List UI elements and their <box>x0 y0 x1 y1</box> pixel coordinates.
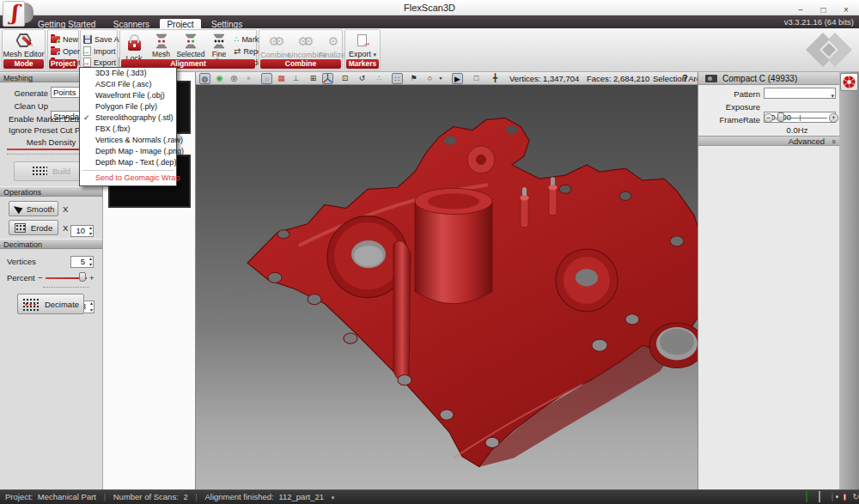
menu-item-depth-map-text[interactable]: Depth Map - Text (.dep) <box>80 157 176 168</box>
framerate-decrease-button[interactable]: − <box>764 113 773 123</box>
status-display-icon[interactable] <box>813 492 825 503</box>
status-aperture-icon[interactable] <box>826 492 838 503</box>
show-markers-button[interactable]: ∴ <box>374 73 385 84</box>
lock-button[interactable]: Lock <box>122 32 146 63</box>
smooth-button[interactable]: Smooth <box>9 201 58 216</box>
menu-item-3d3[interactable]: 3D3 File (.3d3) <box>80 68 176 79</box>
status-scanner-online-icon[interactable] <box>801 492 812 503</box>
display-wireframe-button[interactable]: ◎ <box>228 73 240 84</box>
normals-toggle-button[interactable]: ⊥ <box>290 73 302 84</box>
help-button[interactable]: ? <box>682 73 688 83</box>
fit-view-button[interactable]: ⊞ <box>308 73 319 84</box>
decimation-section-header: Decimation <box>0 239 102 249</box>
play-button[interactable]: ▶ <box>452 73 463 84</box>
menu-item-depth-map-image[interactable]: Depth Map - Image (.png) <box>80 146 176 157</box>
erode-button[interactable]: Erode <box>9 220 58 235</box>
window-title: FlexScan3D <box>0 0 859 15</box>
circle-select-button[interactable]: ○ <box>424 73 436 84</box>
percent-slider-handle[interactable] <box>79 272 86 282</box>
aperture-icon <box>841 74 857 90</box>
markers-export-button[interactable]: → Export ▾ <box>345 32 380 58</box>
spin-down-icon[interactable]: ▾ <box>89 262 92 268</box>
finalize-button[interactable]: ⚙ Finalize <box>319 32 343 59</box>
ribbon: Mesh Editor ▾ Mode New Open Delete Proje… <box>0 28 859 72</box>
display-mesh-button[interactable]: ◉ <box>214 73 225 84</box>
lock-icon <box>128 40 141 51</box>
spin-up-icon[interactable]: ▴ <box>89 256 92 262</box>
build-label: Build <box>52 167 70 176</box>
app-logo: ʃ <box>3 1 32 27</box>
open-folder-icon <box>51 48 60 55</box>
status-bar: Project: Mechanical Part | Number of Sca… <box>0 489 859 504</box>
percent-plus[interactable]: + <box>89 273 94 282</box>
add-marker-button[interactable]: ∷ <box>392 73 403 84</box>
status-alignment-value[interactable]: 112_part_21 <box>278 490 324 504</box>
build-button[interactable]: Build <box>14 161 88 181</box>
lasso-select-button[interactable]: ⚑ <box>408 73 419 84</box>
menu-item-ascii[interactable]: ASCII File (.asc) <box>80 79 176 90</box>
combine-label: Combine <box>260 51 291 59</box>
decimate-button[interactable]: Decimate <box>17 294 84 314</box>
status-refresh-icon[interactable]: ↻ <box>850 492 859 503</box>
version-label: v3.3.21.16 (64 bits) <box>784 17 854 27</box>
light-toggle-button[interactable]: ☼ <box>261 73 272 84</box>
select-mode-dropdown[interactable]: ▾ <box>437 73 444 84</box>
menu-item-fbx[interactable]: FBX (.fbx) <box>80 124 176 135</box>
save-all-button[interactable]: Save All <box>83 33 123 45</box>
new-button[interactable]: New <box>51 33 78 45</box>
vertices-label: Vertices <box>7 257 36 266</box>
axes-toggle-button[interactable] <box>322 73 333 84</box>
export-arrow-icon: → <box>362 37 372 47</box>
check-icon: ✓ <box>83 112 90 124</box>
vertices-stat-label: Vertices: <box>509 74 540 83</box>
smooth-count-spinner[interactable]: 10 ▴ ▾ <box>70 225 94 237</box>
percent-minus[interactable]: − <box>38 273 43 282</box>
status-alignment-dropdown[interactable]: ▾ <box>332 491 335 504</box>
export-arrow-icon: → <box>82 59 90 67</box>
spin-down-icon[interactable]: ▾ <box>90 307 93 313</box>
menu-item-send-geomagic[interactable]: Send to Geomagic Wrap <box>80 173 176 184</box>
import-arrow-icon: → <box>82 48 90 56</box>
framerate-slider-handle[interactable] <box>777 112 784 122</box>
uncombine-button[interactable]: ⚙⚙ Uncombine <box>288 32 319 59</box>
exposure-label: Exposure <box>700 102 760 112</box>
stop-button[interactable]: □ <box>471 73 482 84</box>
flexscan3d-window: FlexScan3D − □ × ʃ Getting Started Scann… <box>0 0 859 504</box>
percent-label: Percent <box>7 273 35 282</box>
pan-move-button[interactable]: ╋ <box>490 73 501 84</box>
framerate-increase-button[interactable]: + <box>829 113 838 123</box>
faces-stat-value: 2,684,210 <box>613 74 649 83</box>
bounding-box-button[interactable]: ⊡ <box>339 73 350 84</box>
new-folder-icon <box>51 36 60 43</box>
display-solid-button[interactable]: ● <box>243 73 254 84</box>
erode-times-label: X <box>63 223 68 233</box>
open-label: Open <box>63 47 82 56</box>
menu-item-vertices-normals[interactable]: Vertices & Normals (.raw) <box>80 135 176 146</box>
framerate-label: FrameRate <box>700 115 760 124</box>
scanner-name: Compact C (49933) <box>722 74 797 83</box>
advanced-bar[interactable]: Advanced » <box>698 136 840 146</box>
texture-toggle-button[interactable]: ▦ <box>276 73 287 84</box>
pattern-select[interactable]: ▾ <box>764 88 836 99</box>
capture-button[interactable] <box>840 73 858 91</box>
export-label: Export <box>94 58 116 67</box>
export-doc-icon: → <box>83 58 91 67</box>
status-alert-icon[interactable]: ! <box>839 492 850 503</box>
chevron-down-icon: ▾ <box>374 52 377 58</box>
viewport-3d[interactable] <box>196 85 698 489</box>
erode-count-spinner[interactable]: 5 ▴ ▾ <box>70 256 94 268</box>
reset-rotation-button[interactable]: ↺ <box>356 73 368 84</box>
spin-up-icon[interactable]: ▴ <box>90 301 93 307</box>
menu-item-polygon[interactable]: Polygon File (.ply) <box>80 101 176 112</box>
open-button[interactable]: Open <box>51 46 82 57</box>
export-dropdown-menu: 3D3 File (.3d3) ASCII File (.asc) Wavefr… <box>79 67 177 186</box>
menu-item-wavefront[interactable]: Wavefront File (.obj) <box>80 90 176 101</box>
ribbon-group-file: Save All → Import → Export ▾ <box>80 29 118 70</box>
import-button[interactable]: → Import <box>83 46 116 57</box>
spin-up-icon[interactable]: ▴ <box>89 225 92 231</box>
smooth-times-label: X <box>63 204 68 214</box>
menu-item-stereolithography[interactable]: ✓ Stereolithography (.stl) <box>80 112 176 124</box>
spin-down-icon[interactable]: ▾ <box>89 231 92 237</box>
scanner-panel: Compact C (49933) Pattern ▾ Exposure 10.… <box>698 72 839 489</box>
display-points-button[interactable]: ◍ <box>199 73 210 84</box>
